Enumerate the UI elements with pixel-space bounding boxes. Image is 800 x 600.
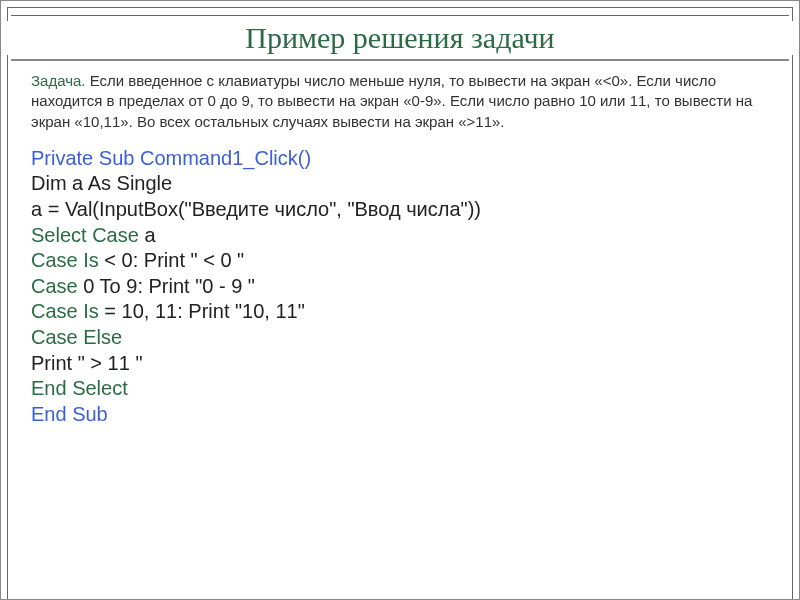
code-line-4: Select Case a — [31, 223, 769, 249]
title-rule-top — [11, 15, 789, 16]
code-text: < 0: Print " < 0 " — [99, 249, 244, 271]
task-label: Задача. — [31, 72, 86, 89]
code-keyword: Case Is — [31, 249, 99, 271]
code-text: = 10, 11: Print "10, 11" — [99, 300, 305, 322]
code-line-7: Case Is = 10, 11: Print "10, 11" — [31, 299, 769, 325]
code-keyword: Case — [31, 275, 78, 297]
title-rule-bottom — [11, 59, 789, 61]
slide-title: Пример решения задачи — [1, 21, 799, 55]
code-line-9: Print " > 11 " — [31, 351, 769, 377]
code-block: Private Sub Command1_Click() Dim a As Si… — [31, 146, 769, 428]
code-keyword: Case Is — [31, 300, 99, 322]
code-text: a — [139, 224, 156, 246]
code-line-8: Case Else — [31, 325, 769, 351]
task-body: Если введенное с клавиатуры число меньше… — [31, 72, 752, 130]
code-text: 0 To 9: Print "0 - 9 " — [78, 275, 255, 297]
code-line-11: End Sub — [31, 402, 769, 428]
code-line-5: Case Is < 0: Print " < 0 " — [31, 248, 769, 274]
code-line-3: a = Val(InputBox("Введите число", "Ввод … — [31, 197, 769, 223]
code-line-2: Dim a As Single — [31, 171, 769, 197]
code-line-1: Private Sub Command1_Click() — [31, 146, 769, 172]
code-line-6: Case 0 To 9: Print "0 - 9 " — [31, 274, 769, 300]
code-line-10: End Select — [31, 376, 769, 402]
task-paragraph: Задача. Если введенное с клавиатуры числ… — [31, 71, 769, 132]
slide-content: Задача. Если введенное с клавиатуры числ… — [31, 71, 769, 427]
code-keyword: Select Case — [31, 224, 139, 246]
